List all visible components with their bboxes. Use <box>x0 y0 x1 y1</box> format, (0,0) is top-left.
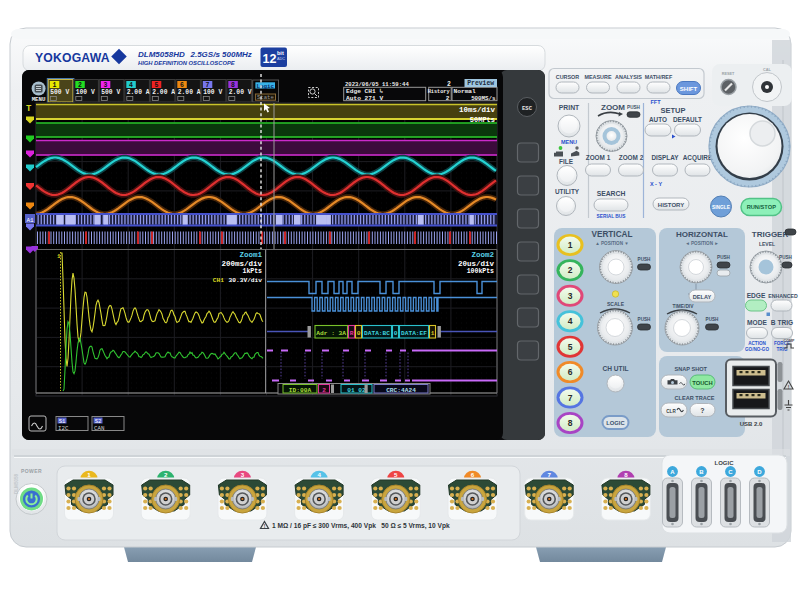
svg-text:bit: bit <box>277 50 284 56</box>
svg-text:POWER: POWER <box>21 468 42 474</box>
svg-text:2: 2 <box>446 95 450 102</box>
svg-text:LOGIC: LOGIC <box>606 420 625 426</box>
svg-text:10ms/div: 10ms/div <box>459 106 496 114</box>
svg-text:Zoom1: Zoom1 <box>239 251 262 259</box>
svg-text:DEFAULT: DEFAULT <box>673 116 702 123</box>
svg-text:HORIZONTAL: HORIZONTAL <box>676 230 728 239</box>
svg-text:SEARCH: SEARCH <box>597 190 626 197</box>
svg-text:TIME/DIV: TIME/DIV <box>673 304 695 309</box>
svg-text:DELAY: DELAY <box>693 294 712 300</box>
svg-text:2.00 A: 2.00 A <box>127 89 150 96</box>
svg-text:ID:00A: ID:00A <box>289 387 312 394</box>
svg-text:8: 8 <box>624 471 628 478</box>
svg-text:SINGLE: SINGLE <box>712 205 731 210</box>
svg-text:USB 2.0: USB 2.0 <box>740 421 763 427</box>
svg-text:2: 2 <box>568 265 573 275</box>
svg-text:MATH/REF: MATH/REF <box>645 74 673 80</box>
svg-text:FILE: FILE <box>559 158 574 165</box>
svg-text:100 V: 100 V <box>203 89 222 96</box>
svg-text:Logic: Logic <box>256 83 274 90</box>
svg-text:CRC:4A24: CRC:4A24 <box>386 387 416 394</box>
svg-text:4: 4 <box>568 316 573 326</box>
svg-text:4: 4 <box>129 82 133 89</box>
svg-text:500 V: 500 V <box>101 89 120 96</box>
svg-text:A: A <box>670 469 675 475</box>
svg-text:DLM5058: DLM5058 <box>14 473 19 494</box>
svg-text:CURSOR: CURSOR <box>556 74 579 80</box>
svg-text:3: 3 <box>568 291 573 301</box>
svg-text:TRIGGER: TRIGGER <box>752 230 789 239</box>
svg-text:6: 6 <box>568 367 573 377</box>
svg-text:2.00 A: 2.00 A <box>178 89 201 96</box>
svg-text:ANALYSIS: ANALYSIS <box>615 74 642 80</box>
svg-text:30.3V/div: 30.3V/div <box>229 277 263 284</box>
svg-text:X - Y: X - Y <box>650 181 662 187</box>
svg-text:ZOOM 2: ZOOM 2 <box>619 154 644 161</box>
svg-text:ESC: ESC <box>522 105 533 112</box>
svg-text:ZOOM 1: ZOOM 1 <box>586 154 611 161</box>
svg-text:PUSH: PUSH <box>779 255 792 260</box>
svg-text:3: 3 <box>241 471 245 478</box>
svg-text:Adr : 3A: Adr : 3A <box>316 330 346 337</box>
svg-text:2: 2 <box>78 82 82 89</box>
svg-text:T: T <box>26 104 32 114</box>
svg-text:C: C <box>728 469 733 475</box>
svg-text:A1: A1 <box>26 217 34 224</box>
svg-text:ADC: ADC <box>277 57 285 61</box>
svg-text:ACQUIRE: ACQUIRE <box>683 154 713 162</box>
svg-text:ACTION: ACTION <box>748 341 766 346</box>
svg-text:LEVEL: LEVEL <box>759 241 775 247</box>
svg-text:Zoom2: Zoom2 <box>471 251 494 259</box>
svg-text:PUSH: PUSH <box>717 255 730 260</box>
svg-text:D: D <box>757 469 762 475</box>
svg-text:COMP: COMP <box>784 339 795 343</box>
svg-text:YOKOGAWA: YOKOGAWA <box>35 51 110 65</box>
svg-text:SETUP: SETUP <box>660 106 685 115</box>
svg-text:I2C: I2C <box>58 425 69 432</box>
svg-text:State: State <box>257 94 274 101</box>
svg-text:Auto 271 V: Auto 271 V <box>346 95 383 102</box>
svg-text:12: 12 <box>263 52 277 66</box>
svg-text:ENHANCED: ENHANCED <box>768 293 798 299</box>
svg-text:MODE: MODE <box>747 319 767 326</box>
svg-text:2: 2 <box>447 81 451 88</box>
svg-text:▲ POSITION ▼: ▲ POSITION ▼ <box>595 241 629 246</box>
svg-text:RESET: RESET <box>722 72 735 76</box>
svg-text:500 V: 500 V <box>50 89 69 96</box>
svg-text:SHIFT: SHIFT <box>680 86 698 92</box>
svg-text:CLEAR TRACE: CLEAR TRACE <box>675 395 715 401</box>
svg-text:20us/div: 20us/div <box>458 260 495 268</box>
svg-text:2.5GS/s 500MHz: 2.5GS/s 500MHz <box>190 50 252 59</box>
svg-text:0: 0 <box>394 330 398 337</box>
svg-text:5: 5 <box>155 82 159 89</box>
svg-text:DISPLAY: DISPLAY <box>651 154 679 161</box>
svg-text:2.00 V: 2.00 V <box>229 89 252 96</box>
svg-text:1: 1 <box>53 82 57 89</box>
svg-text:GO/NO-GO: GO/NO-GO <box>745 347 769 352</box>
svg-text:LOGIC: LOGIC <box>715 460 735 466</box>
svg-text:2: 2 <box>164 471 168 478</box>
svg-text:HISTORY: HISTORY <box>658 202 684 208</box>
svg-text:RUN/STOP: RUN/STOP <box>747 204 776 210</box>
svg-text:8: 8 <box>231 82 235 89</box>
svg-text:VERTICAL: VERTICAL <box>592 230 633 239</box>
svg-text:UTILITY: UTILITY <box>555 188 580 195</box>
svg-text:CAL: CAL <box>763 68 771 72</box>
svg-text:500MS/s: 500MS/s <box>471 95 496 102</box>
svg-text:DLM5058HD: DLM5058HD <box>138 50 185 59</box>
svg-text:4: 4 <box>317 471 321 478</box>
svg-text:EDGE: EDGE <box>747 292 766 299</box>
svg-text:1 MΩ / 16 pF ≤ 300 Vrms, 400 V: 1 MΩ / 16 pF ≤ 300 Vrms, 400 Vpk 50 Ω ≤ … <box>272 522 450 530</box>
svg-text:5: 5 <box>394 471 398 478</box>
svg-text:MEASURE: MEASURE <box>585 74 612 80</box>
svg-text:CH UTIL: CH UTIL <box>602 365 628 372</box>
svg-text:01 02: 01 02 <box>347 387 366 394</box>
svg-text:100 V: 100 V <box>76 89 95 96</box>
svg-text:0: 0 <box>357 330 361 337</box>
svg-text:CH1: CH1 <box>213 277 224 284</box>
svg-text:2023/06/05 11:59:44: 2023/06/05 11:59:44 <box>345 81 409 88</box>
svg-text:100kPts: 100kPts <box>467 268 494 275</box>
svg-text:PRINT: PRINT <box>559 104 580 111</box>
svg-text:MENU: MENU <box>32 96 46 103</box>
svg-text:MENU: MENU <box>561 139 577 145</box>
